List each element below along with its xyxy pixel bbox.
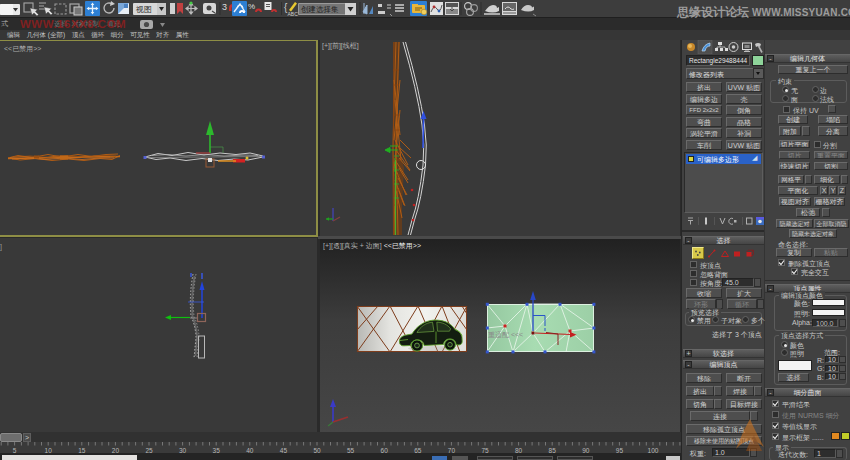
svg-text:视图: 视图	[135, 5, 152, 14]
svg-text:3: 3	[222, 2, 227, 12]
svg-text:创建选择集: 创建选择集	[301, 5, 339, 14]
svg-text:ABC: ABC	[288, 11, 299, 17]
svg-text:%: %	[248, 2, 255, 11]
svg-text:重适配 <<<: 重适配 <<<	[488, 331, 523, 339]
